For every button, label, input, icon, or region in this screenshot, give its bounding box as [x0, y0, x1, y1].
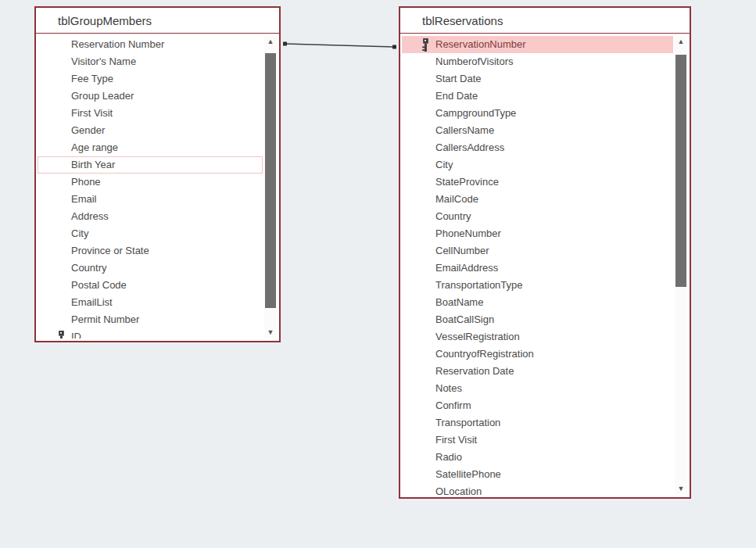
field-row[interactable]: First Visit — [38, 105, 263, 122]
field-name: SatellitePhone — [435, 468, 501, 480]
field-row[interactable]: Visitor's Name — [38, 53, 263, 70]
field-row[interactable]: Confirm — [402, 397, 673, 414]
field-row[interactable]: EmailAddress — [402, 260, 673, 277]
scroll-down-icon[interactable]: ▼ — [264, 327, 277, 338]
scroll-up-icon[interactable]: ▲ — [675, 36, 687, 48]
field-row[interactable]: Address — [38, 208, 263, 225]
field-name: End Date — [435, 90, 478, 102]
field-row[interactable]: Birth Year — [38, 156, 263, 174]
field-row[interactable]: Country — [402, 208, 673, 225]
field-name: Confirm — [435, 399, 471, 411]
field-name: Start Date — [435, 73, 482, 84]
field-list: ReservationNumberNumberofVisitorsStart D… — [402, 36, 673, 495]
field-name: Fee Type — [71, 73, 113, 84]
scroll-up-icon[interactable]: ▲ — [264, 36, 277, 48]
scrollbar-thumb[interactable] — [675, 55, 686, 287]
field-name: First Visit — [71, 107, 113, 119]
field-name: CellNumber — [435, 245, 489, 256]
field-row[interactable]: City — [38, 225, 263, 242]
field-name: Group Leader — [71, 90, 134, 102]
field-row[interactable]: CallersName — [402, 122, 673, 139]
field-name: Reservation Number — [71, 38, 164, 50]
field-name: Phone — [71, 176, 101, 188]
field-row[interactable]: Gender — [38, 122, 263, 139]
field-row[interactable]: Notes — [402, 380, 673, 397]
field-row[interactable]: ID — [38, 328, 263, 338]
primary-key-icon — [421, 38, 429, 52]
field-name: MailCode — [435, 193, 478, 205]
field-row[interactable]: NumberofVisitors — [402, 53, 673, 70]
field-row[interactable]: Age range — [38, 139, 263, 156]
field-row[interactable]: Phone — [38, 174, 263, 191]
field-row[interactable]: Reservation Date — [402, 363, 673, 380]
table-title[interactable]: tblReservations — [400, 8, 690, 34]
field-row[interactable]: BoatName — [402, 294, 673, 311]
field-name: Address — [71, 210, 109, 222]
field-name: Postal Code — [71, 279, 127, 291]
field-name: Reservation Date — [435, 365, 514, 377]
field-row[interactable]: CampgroundType — [402, 105, 673, 122]
table-title[interactable]: tblGroupMembers — [36, 8, 279, 34]
field-row[interactable]: Country — [38, 260, 263, 277]
field-row[interactable]: Fee Type — [38, 70, 263, 88]
field-row[interactable]: TransportationType — [402, 277, 673, 294]
field-name: PhoneNumber — [435, 227, 501, 239]
field-row[interactable]: Permit Number — [38, 311, 263, 328]
field-row[interactable]: EmailList — [38, 294, 263, 311]
field-name: CallersAddress — [435, 141, 504, 153]
field-row[interactable]: Group Leader — [38, 88, 263, 105]
field-row[interactable]: MailCode — [402, 191, 673, 208]
field-name: CampgroundType — [435, 107, 516, 119]
field-row[interactable]: Postal Code — [38, 277, 263, 294]
scrollbar-thumb[interactable] — [265, 53, 276, 308]
field-name: OLocation — [435, 485, 482, 495]
field-name: CountryofRegistration — [435, 348, 534, 360]
field-name: BoatCallSign — [435, 313, 494, 325]
field-row[interactable]: First Visit — [402, 432, 673, 449]
field-row[interactable]: Reservation Number — [38, 36, 263, 53]
field-name: StateProvince — [435, 176, 499, 188]
field-row[interactable]: PhoneNumber — [402, 225, 673, 242]
field-row[interactable]: CountryofRegistration — [402, 346, 673, 363]
table-tblReservations: tblReservations ReservationNumberNumbero… — [399, 6, 691, 499]
field-row[interactable]: ReservationNumber — [402, 36, 673, 53]
field-row[interactable]: VesselRegistration — [402, 328, 673, 346]
field-name: ID — [71, 331, 81, 338]
field-name: EmailList — [71, 296, 113, 308]
field-row[interactable]: Province or State — [38, 242, 263, 260]
vertical-scrollbar[interactable]: ▲ ▼ — [675, 36, 687, 495]
field-row[interactable]: Email — [38, 191, 263, 208]
field-row[interactable]: StateProvince — [402, 174, 673, 191]
field-row[interactable]: CellNumber — [402, 242, 673, 260]
field-name: Visitor's Name — [71, 56, 136, 67]
field-row[interactable]: End Date — [402, 88, 673, 105]
field-row[interactable]: BoatCallSign — [402, 311, 673, 328]
field-list: Reservation NumberVisitor's NameFee Type… — [38, 36, 263, 338]
scroll-down-icon[interactable]: ▼ — [675, 483, 687, 495]
field-name: Country — [71, 262, 107, 274]
field-name: Radio — [435, 451, 462, 463]
field-row[interactable]: Transportation — [402, 414, 673, 432]
field-row[interactable]: Radio — [402, 449, 673, 466]
field-name: ReservationNumber — [435, 38, 526, 50]
field-name: Birth Year — [71, 159, 115, 170]
field-name: Gender — [71, 124, 105, 136]
field-name: CallersName — [435, 124, 494, 136]
field-name: Province or State — [71, 245, 149, 256]
field-name: City — [71, 227, 88, 239]
field-row[interactable]: City — [402, 156, 673, 174]
field-name: BoatName — [435, 296, 483, 308]
field-name: VesselRegistration — [435, 331, 520, 342]
field-name: NumberofVisitors — [435, 56, 513, 67]
primary-key-icon — [57, 331, 65, 338]
field-name: Email — [71, 193, 97, 205]
field-name: Country — [435, 210, 471, 222]
field-name: City — [435, 159, 453, 170]
field-name: Permit Number — [71, 313, 139, 325]
field-row[interactable]: CallersAddress — [402, 139, 673, 156]
field-row[interactable]: OLocation — [402, 483, 673, 495]
field-row[interactable]: SatellitePhone — [402, 466, 673, 483]
field-row[interactable]: Start Date — [402, 70, 673, 88]
vertical-scrollbar[interactable]: ▲ ▼ — [264, 36, 277, 338]
field-name: EmailAddress — [435, 262, 498, 274]
